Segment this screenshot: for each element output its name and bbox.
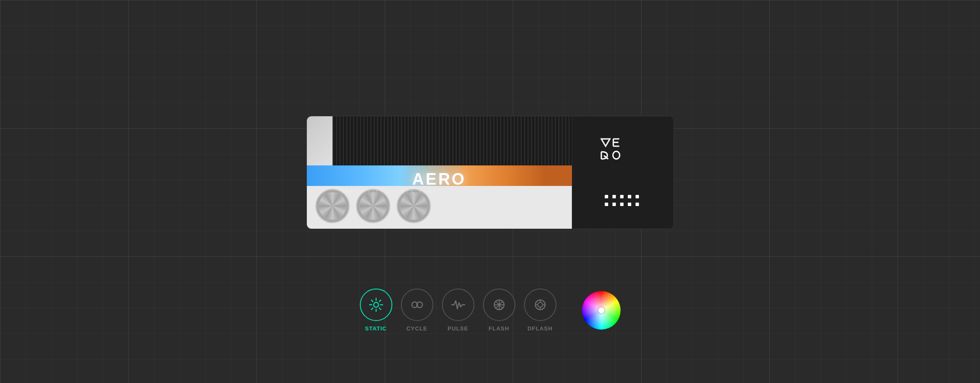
mode-btn-pulse[interactable]: PULSE [442, 289, 474, 332]
static-icon-circle[interactable] [360, 289, 392, 321]
main-container: AERO CREATIVITY START [0, 0, 980, 383]
gpu-fan-blades-1 [319, 192, 346, 220]
gpu-visual: AERO CREATIVITY START [307, 116, 572, 229]
dot-3 [620, 195, 624, 198]
color-wheel[interactable] [582, 291, 621, 330]
svg-point-8 [374, 302, 378, 307]
svg-line-16 [371, 308, 373, 309]
dot-4 [628, 195, 631, 198]
dot-2 [612, 195, 616, 198]
svg-point-25 [538, 302, 542, 307]
gpu-fan-3 [397, 189, 431, 223]
mode-btn-static[interactable]: STATIC [360, 289, 392, 332]
dflash-label: DFLASH [527, 325, 553, 332]
dots-grid [605, 195, 641, 208]
aero-logo-svg [597, 137, 648, 171]
gpu-fan-2 [356, 189, 390, 223]
color-wheel-picker[interactable] [598, 307, 604, 313]
mode-buttons: STATIC CYCLE PULSE [360, 289, 556, 332]
dot-6 [605, 203, 608, 206]
product-image-area: AERO CREATIVITY START [307, 116, 572, 229]
static-icon [368, 297, 384, 313]
dot-8 [620, 203, 624, 206]
cycle-icon [409, 297, 425, 313]
svg-point-7 [613, 151, 620, 159]
static-label: STATIC [365, 325, 387, 332]
aero-panel-logo [597, 137, 648, 171]
dot-10 [636, 203, 639, 206]
controls-section: STATIC CYCLE PULSE [360, 289, 621, 332]
svg-line-13 [371, 300, 373, 301]
dot-5 [636, 195, 639, 198]
product-card: AERO CREATIVITY START [306, 116, 674, 229]
dot-9 [628, 203, 631, 206]
flash-icon [491, 297, 507, 313]
color-wheel-container[interactable] [582, 291, 621, 330]
creativity-text: CREATIVITY STARTS HERE [341, 189, 438, 194]
mode-btn-flash[interactable]: FLASH [483, 289, 515, 332]
cycle-icon-circle[interactable] [401, 289, 433, 321]
pulse-label: PULSE [447, 325, 468, 332]
dflash-icon [532, 297, 548, 313]
dot-1 [605, 195, 608, 198]
svg-line-14 [379, 308, 380, 309]
flash-icon-circle[interactable] [483, 289, 515, 321]
pulse-icon-circle[interactable] [442, 289, 474, 321]
flash-label: FLASH [489, 325, 509, 332]
svg-marker-0 [601, 139, 610, 146]
dflash-icon-circle[interactable] [524, 289, 556, 321]
product-card-right [572, 116, 674, 229]
gpu-heatsink [333, 116, 572, 168]
gpu-fan-blades-2 [359, 192, 387, 220]
mode-btn-dflash[interactable]: DFLASH [524, 289, 556, 332]
pulse-icon [450, 297, 466, 313]
gpu-fan-1 [315, 189, 350, 223]
mode-btn-cycle[interactable]: CYCLE [401, 289, 433, 332]
gpu-heatsink-fins [333, 116, 572, 168]
gpu-fan-blades-3 [400, 192, 427, 220]
svg-line-15 [379, 300, 380, 301]
cycle-label: CYCLE [406, 325, 427, 332]
dot-7 [612, 203, 616, 206]
